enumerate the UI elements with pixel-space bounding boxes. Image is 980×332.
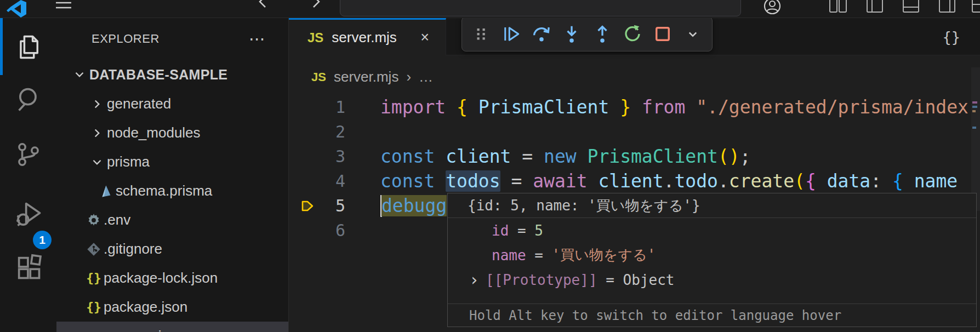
drag-grip[interactable]: [468, 20, 494, 48]
token: new: [544, 146, 577, 167]
breadcrumb-symbol-ellipsis[interactable]: …: [419, 68, 433, 85]
token: debugg: [381, 195, 447, 216]
hover-property-name[interactable]: name = '買い物をする': [448, 243, 976, 267]
more-actions-icon[interactable]: ⋯: [249, 36, 266, 42]
stop-button[interactable]: [649, 20, 676, 48]
step-over-button[interactable]: [528, 20, 555, 48]
token: ): [729, 146, 740, 167]
activity-bar-item-search[interactable]: [0, 85, 56, 113]
editor-actions: {}: [942, 18, 960, 55]
code-line-3[interactable]: 3const client = new PrismaClient();: [289, 144, 971, 169]
token: data: [827, 170, 870, 192]
javascript-file-icon: JS: [84, 330, 104, 332]
code-line-2[interactable]: 2: [289, 119, 971, 144]
token: import: [380, 96, 446, 118]
token: [446, 96, 457, 118]
command-center-search[interactable]: [340, 0, 741, 16]
menu-icon[interactable]: [55, 0, 72, 10]
tree-item-label: generated: [107, 95, 171, 112]
javascript-file-icon: JS: [307, 30, 323, 45]
token: [816, 170, 827, 192]
token: [903, 170, 914, 192]
token: "./generated/prisma/index: [696, 96, 968, 118]
git-icon: [84, 242, 104, 256]
tree-item-label: server.mjs: [104, 328, 168, 332]
token: client: [598, 170, 663, 192]
explorer-title: EXPLORER: [92, 32, 159, 46]
explorer-header: EXPLORER ⋯: [56, 18, 288, 60]
tree-item-label: DATABASE-SAMPLE: [89, 67, 227, 83]
token: .: [664, 170, 675, 192]
hover-hint: Hold Alt key to switch to editor languag…: [448, 304, 976, 327]
code-line-4[interactable]: 4const todos = await client.todo.create(…: [289, 169, 971, 193]
minimap[interactable]: [971, 67, 980, 211]
token: todos: [446, 170, 500, 192]
tree-item-generated[interactable]: generated: [56, 89, 288, 118]
tree-item-node-modules[interactable]: node_modules: [56, 118, 288, 147]
activity-bar-item-source-control[interactable]: [0, 141, 56, 168]
debug-toolbar: [461, 16, 713, 51]
tree-item-label: prisma: [107, 153, 150, 170]
token: await: [533, 170, 587, 192]
step-into-button[interactable]: [559, 20, 585, 48]
layout-sidebar-left-icon[interactable]: [866, 0, 884, 13]
activity-bar: 1: [0, 18, 56, 332]
token: (: [794, 170, 805, 192]
arrow-forward-icon[interactable]: [308, 0, 322, 9]
tree-item-package-lock-json[interactable]: {}package-lock.json: [56, 264, 288, 293]
code-line-1[interactable]: 1import { PrismaClient } from "./generat…: [289, 95, 971, 119]
customize-layout-icon[interactable]: [971, 0, 980, 13]
token: create: [729, 170, 794, 192]
step-out-button[interactable]: [589, 20, 616, 48]
account-icon[interactable]: [763, 0, 782, 15]
close-tab-icon[interactable]: ×: [420, 29, 429, 46]
hover-property-prototype[interactable]: ›[[Prototype]] = Object: [448, 267, 976, 292]
layout-panel-icon[interactable]: [902, 0, 920, 13]
activity-bar-item-explorer[interactable]: [0, 33, 56, 61]
prisma-icon: [96, 184, 116, 198]
activity-bar-item-run-debug[interactable]: 1: [0, 200, 56, 228]
layout-split-icon[interactable]: [829, 0, 847, 13]
token: .: [718, 170, 729, 192]
tree-item-package-json[interactable]: {}package.json: [56, 293, 288, 322]
vscode-logo-icon: [7, 0, 27, 18]
curly-braces-icon[interactable]: {}: [942, 28, 960, 45]
token: [631, 96, 642, 118]
restart-button[interactable]: [619, 20, 646, 48]
hover-value-preview: {id: 5, name: '買い物をする'}: [448, 193, 976, 218]
token: =: [511, 146, 544, 167]
token: [588, 170, 599, 192]
token: (: [718, 146, 729, 167]
tab-server-mjs[interactable]: JS server.mjs ×: [289, 18, 446, 55]
hover-property-id[interactable]: id = 5: [448, 218, 976, 243]
tab-bar: JS server.mjs × {}: [289, 18, 980, 55]
token: PrismaClient: [468, 96, 620, 118]
code-text: import { PrismaClient } from "./generate…: [380, 96, 968, 118]
tree-item-server-mjs[interactable]: JSserver.mjs: [56, 322, 288, 332]
tree-item--env[interactable]: .env: [56, 205, 288, 234]
chevron-down-button[interactable]: [680, 20, 706, 48]
tree-item-label: node_modules: [107, 124, 201, 141]
arrow-back-icon[interactable]: [257, 0, 271, 9]
token: [577, 146, 588, 167]
breadcrumb-file[interactable]: server.mjs: [334, 68, 398, 85]
layout-sidebar-right-icon[interactable]: [938, 0, 956, 13]
tree-item-prisma[interactable]: prisma: [56, 147, 288, 176]
line-number: 4: [315, 171, 345, 191]
explorer-sidebar: EXPLORER ⋯ DATABASE-SAMPLEgeneratednode_…: [56, 18, 289, 332]
debug-badge: 1: [33, 231, 52, 249]
tree-item-label: package-lock.json: [104, 270, 218, 287]
tree-item-label: schema.prisma: [116, 182, 212, 199]
continue-button[interactable]: [498, 20, 525, 48]
gear-icon: [84, 213, 104, 227]
tree-item-database-sample[interactable]: DATABASE-SAMPLE: [56, 60, 288, 89]
json-braces-icon: {}: [84, 300, 104, 314]
chevron-right-icon[interactable]: ›: [469, 270, 479, 289]
tree-item--gitignore[interactable]: .gitignore: [56, 234, 288, 264]
files-icon: [14, 33, 43, 61]
activity-bar-item-extensions[interactable]: [0, 253, 56, 282]
tree-item-schema-prisma[interactable]: schema.prisma: [56, 176, 288, 205]
token: [435, 170, 446, 192]
search-icon: [14, 85, 43, 113]
javascript-file-icon: JS: [311, 70, 326, 84]
